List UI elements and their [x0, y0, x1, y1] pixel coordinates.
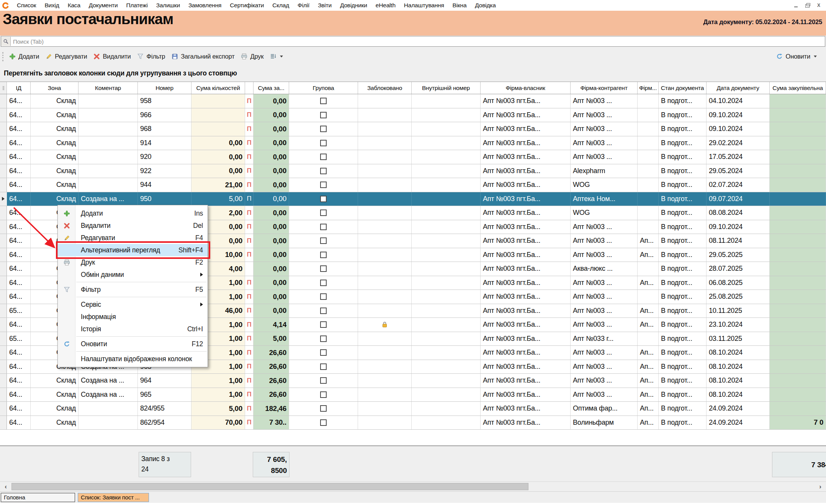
search-icon[interactable]: [1, 37, 11, 46]
toolbar-button-listcfg[interactable]: [267, 51, 286, 62]
table-row[interactable]: 64...Склад9140,00П0,00Апт №003 пгт.Ба...…: [0, 136, 826, 151]
column-header-owner[interactable]: Фірма-власник: [481, 82, 571, 94]
column-header-number[interactable]: Номер: [138, 82, 191, 94]
toolbar-button-видалити[interactable]: Видалити: [90, 51, 134, 62]
context-menu-item[interactable]: Налаштувати відображення колонок: [58, 353, 208, 365]
table-row[interactable]: 64...Склад966П0,00Апт №003 пгт.Ба...Апт …: [0, 108, 826, 123]
scrollbar-thumb[interactable]: [11, 483, 528, 490]
close-icon[interactable]: X: [814, 2, 824, 9]
menubar-item[interactable]: Вихід: [40, 2, 63, 9]
menubar-item[interactable]: Налаштування: [400, 2, 448, 9]
menubar-item[interactable]: Список: [13, 2, 40, 9]
menubar-item[interactable]: Вікна: [448, 2, 471, 9]
grouped-checkbox[interactable]: [320, 224, 327, 230]
column-header-marker[interactable]: [0, 82, 7, 94]
column-header-flag[interactable]: [245, 82, 254, 94]
grouped-checkbox[interactable]: [320, 154, 327, 160]
context-menu-item[interactable]: ФільтрF5: [58, 283, 208, 296]
context-menu-item[interactable]: ВидалитиDel: [58, 219, 208, 232]
taskbar-tab-list[interactable]: Список: Заявки пост ...: [78, 493, 149, 502]
table-row[interactable]: 64...Склад9200,00П0,00Апт №003 пгт.Ба...…: [0, 150, 826, 164]
grouped-checkbox[interactable]: [320, 308, 327, 314]
context-menu-item[interactable]: Альтернативний переглядShift+F4: [58, 244, 208, 256]
scroll-right-icon[interactable]: ›: [815, 482, 825, 491]
toolbar-grip[interactable]: [2, 52, 3, 61]
scroll-left-icon[interactable]: ‹: [1, 482, 11, 491]
table-row[interactable]: 64...СкладСоздана на ...9651,00П26,60Апт…: [0, 388, 826, 402]
context-menu-item[interactable]: ІсторіяCtrl+I: [58, 323, 208, 335]
column-header-date[interactable]: Дата документу: [707, 82, 770, 94]
table-row[interactable]: 64...Склад94421,00П0,00Апт №003 пгт.Ба..…: [0, 178, 826, 192]
grouped-checkbox[interactable]: [320, 252, 327, 258]
table-row[interactable]: 64...Склад958П0,00Апт №003 пгт.Ба...Апт …: [0, 94, 826, 108]
search-input[interactable]: [11, 38, 825, 45]
context-menu-item[interactable]: РедагуватиF4: [58, 232, 208, 244]
restore-icon[interactable]: [802, 2, 812, 9]
column-header-id[interactable]: ІД: [7, 82, 31, 94]
grouped-checkbox[interactable]: [320, 405, 327, 412]
menubar-item[interactable]: Довідка: [471, 2, 500, 9]
taskbar-tab-home[interactable]: Головна: [1, 493, 75, 502]
column-header-comment[interactable]: Коментар: [79, 82, 138, 94]
menubar-item[interactable]: Сертифікати: [226, 2, 268, 9]
table-row[interactable]: 64...Склад968П0,00Апт №003 пгт.Ба...Апт …: [0, 122, 826, 136]
toolbar-button-оновити[interactable]: Оновити: [773, 51, 820, 62]
grouped-checkbox[interactable]: [320, 321, 327, 328]
toolbar-button-фільтр[interactable]: Фільтр: [134, 51, 168, 62]
grouped-checkbox[interactable]: [320, 363, 327, 370]
context-menu-item[interactable]: ОновитиF12: [58, 338, 208, 350]
table-row[interactable]: 64...Склад824/9555,00П182,46Апт №003 пгт…: [0, 402, 826, 416]
context-menu-item[interactable]: Інформація: [58, 311, 208, 323]
column-header-contragent[interactable]: Фірма-контрагент: [571, 82, 638, 94]
menubar-item[interactable]: Замовлення: [184, 2, 226, 9]
context-menu-item[interactable]: ДрукF2: [58, 256, 208, 268]
column-header-qty[interactable]: Сума кількостей: [191, 82, 245, 94]
table-row[interactable]: 64...СкладСоздана на ...9505,00П0,00Апт …: [0, 192, 826, 206]
toolbar-button-загальний-експорт[interactable]: Загальний експорт: [168, 51, 237, 62]
column-header-group[interactable]: Групова: [289, 82, 358, 94]
menubar-item[interactable]: Довідники: [336, 2, 371, 9]
context-menu-item[interactable]: Сервіс: [58, 298, 208, 311]
toolbar-button-додати[interactable]: Додати: [6, 51, 42, 62]
column-header-internal[interactable]: Внутрішній номер: [412, 82, 481, 94]
grouped-checkbox[interactable]: [320, 419, 327, 426]
table-row[interactable]: 64...СкладСоздана на ...9641,00П26,60Апт…: [0, 374, 826, 388]
table-row[interactable]: 64...Склад862/95470,00П7 30..Апт №003 пг…: [0, 416, 826, 430]
table-row[interactable]: 64...Склад9220,00П0,00Апт №003 пгт.Ба...…: [0, 164, 826, 178]
grouped-checkbox[interactable]: [320, 335, 327, 342]
grouped-checkbox[interactable]: [320, 140, 327, 146]
grouped-checkbox[interactable]: [320, 349, 327, 356]
column-header-sum[interactable]: Сума за...: [254, 82, 289, 94]
grouped-checkbox[interactable]: [320, 182, 327, 188]
grouped-checkbox[interactable]: [320, 377, 327, 384]
grouped-checkbox[interactable]: [320, 280, 327, 286]
menubar-item[interactable]: Звіти: [314, 2, 336, 9]
context-menu-item[interactable]: Обмін даними: [58, 268, 208, 281]
column-header-locked[interactable]: Заблоковано: [358, 82, 412, 94]
grouped-checkbox[interactable]: [320, 265, 327, 272]
column-header-purchase[interactable]: Сума закупівельна: [770, 82, 826, 94]
grouped-checkbox[interactable]: [320, 391, 327, 398]
menubar-item[interactable]: Залишки: [152, 2, 184, 9]
menubar-item[interactable]: Каса: [64, 2, 85, 9]
toolbar-button-редагувати[interactable]: Редагувати: [42, 51, 90, 62]
grouped-checkbox[interactable]: [320, 293, 327, 300]
column-header-firm[interactable]: Фірм...: [638, 82, 659, 94]
menubar-item[interactable]: Документи: [85, 2, 122, 9]
grouped-checkbox[interactable]: [320, 126, 327, 132]
menubar-item[interactable]: Філії: [293, 2, 314, 9]
menubar-item[interactable]: eHealth: [371, 2, 400, 9]
minimize-icon[interactable]: [791, 2, 801, 9]
groupby-panel[interactable]: Перетягніть заголовок колонки сюди для у…: [0, 65, 826, 82]
grouped-checkbox[interactable]: [320, 168, 327, 174]
context-menu-item[interactable]: ДодатиIns: [58, 207, 208, 219]
grouped-checkbox[interactable]: [320, 196, 327, 202]
menubar-item[interactable]: Склад: [268, 2, 293, 9]
grouped-checkbox[interactable]: [320, 98, 327, 104]
column-header-state[interactable]: Стан документа: [659, 82, 707, 94]
grouped-checkbox[interactable]: [320, 209, 327, 216]
toolbar-button-друк[interactable]: Друк: [238, 51, 267, 62]
grouped-checkbox[interactable]: [320, 112, 327, 118]
column-header-zone[interactable]: Зона: [31, 82, 79, 94]
menubar-item[interactable]: Платежі: [122, 2, 152, 9]
